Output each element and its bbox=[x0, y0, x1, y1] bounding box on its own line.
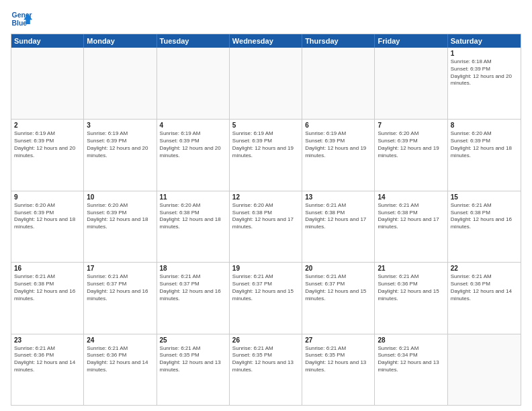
weekday-header: Saturday bbox=[448, 34, 521, 48]
calendar-cell: 9Sunrise: 6:20 AM Sunset: 6:39 PM Daylig… bbox=[11, 191, 84, 262]
calendar-row: 16Sunrise: 6:21 AM Sunset: 6:38 PM Dayli… bbox=[11, 262, 521, 333]
calendar-cell: 18Sunrise: 6:21 AM Sunset: 6:37 PM Dayli… bbox=[157, 263, 230, 333]
day-info: Sunrise: 6:21 AM Sunset: 6:38 PM Dayligh… bbox=[378, 202, 444, 231]
day-number: 27 bbox=[305, 336, 371, 344]
day-number: 4 bbox=[160, 122, 226, 129]
day-info: Sunrise: 6:18 AM Sunset: 6:39 PM Dayligh… bbox=[451, 58, 518, 87]
logo: General Blue bbox=[11, 8, 32, 30]
day-number: 11 bbox=[160, 193, 226, 201]
calendar-cell bbox=[302, 48, 375, 119]
weekday-header: Thursday bbox=[302, 34, 375, 48]
calendar-cell bbox=[375, 48, 447, 119]
day-info: Sunrise: 6:19 AM Sunset: 6:39 PM Dayligh… bbox=[305, 130, 371, 159]
calendar-row: 23Sunrise: 6:21 AM Sunset: 6:36 PM Dayli… bbox=[11, 334, 521, 405]
day-number: 22 bbox=[451, 265, 518, 272]
calendar-body: 1Sunrise: 6:18 AM Sunset: 6:39 PM Daylig… bbox=[11, 48, 521, 405]
day-number: 12 bbox=[232, 193, 299, 201]
calendar-row: 2Sunrise: 6:19 AM Sunset: 6:39 PM Daylig… bbox=[11, 119, 521, 190]
calendar-cell bbox=[230, 48, 302, 119]
day-info: Sunrise: 6:20 AM Sunset: 6:39 PM Dayligh… bbox=[87, 202, 153, 231]
day-number: 24 bbox=[87, 336, 153, 344]
day-number: 23 bbox=[14, 336, 81, 344]
day-number: 16 bbox=[14, 265, 81, 272]
calendar-cell: 17Sunrise: 6:21 AM Sunset: 6:37 PM Dayli… bbox=[84, 263, 157, 333]
calendar-cell: 11Sunrise: 6:20 AM Sunset: 6:38 PM Dayli… bbox=[157, 191, 230, 262]
page: General Blue SundayMondayTuesdayWednesda… bbox=[0, 0, 532, 411]
calendar-cell bbox=[157, 48, 230, 119]
day-info: Sunrise: 6:21 AM Sunset: 6:36 PM Dayligh… bbox=[378, 273, 444, 302]
day-info: Sunrise: 6:19 AM Sunset: 6:39 PM Dayligh… bbox=[232, 130, 299, 159]
calendar-cell: 8Sunrise: 6:20 AM Sunset: 6:39 PM Daylig… bbox=[448, 120, 521, 190]
day-info: Sunrise: 6:21 AM Sunset: 6:35 PM Dayligh… bbox=[232, 345, 299, 374]
header: General Blue bbox=[11, 8, 521, 30]
calendar-cell: 26Sunrise: 6:21 AM Sunset: 6:35 PM Dayli… bbox=[230, 334, 302, 405]
calendar-cell: 2Sunrise: 6:19 AM Sunset: 6:39 PM Daylig… bbox=[11, 120, 84, 190]
day-number: 17 bbox=[87, 265, 153, 272]
calendar-cell bbox=[84, 48, 157, 119]
day-number: 9 bbox=[14, 193, 81, 201]
calendar-cell: 3Sunrise: 6:19 AM Sunset: 6:39 PM Daylig… bbox=[84, 120, 157, 190]
day-number: 6 bbox=[305, 122, 371, 129]
day-info: Sunrise: 6:20 AM Sunset: 6:38 PM Dayligh… bbox=[160, 202, 226, 231]
calendar-cell: 4Sunrise: 6:19 AM Sunset: 6:39 PM Daylig… bbox=[157, 120, 230, 190]
day-info: Sunrise: 6:20 AM Sunset: 6:39 PM Dayligh… bbox=[451, 130, 518, 159]
calendar-cell: 23Sunrise: 6:21 AM Sunset: 6:36 PM Dayli… bbox=[11, 334, 84, 405]
day-number: 25 bbox=[160, 336, 226, 344]
calendar-cell: 24Sunrise: 6:21 AM Sunset: 6:36 PM Dayli… bbox=[84, 334, 157, 405]
day-info: Sunrise: 6:21 AM Sunset: 6:36 PM Dayligh… bbox=[451, 273, 518, 302]
day-info: Sunrise: 6:19 AM Sunset: 6:39 PM Dayligh… bbox=[87, 130, 153, 159]
calendar-cell: 14Sunrise: 6:21 AM Sunset: 6:38 PM Dayli… bbox=[375, 191, 447, 262]
calendar-cell: 20Sunrise: 6:21 AM Sunset: 6:37 PM Dayli… bbox=[302, 263, 375, 333]
day-number: 5 bbox=[232, 122, 299, 129]
calendar-cell: 1Sunrise: 6:18 AM Sunset: 6:39 PM Daylig… bbox=[448, 48, 521, 119]
calendar-cell bbox=[11, 48, 84, 119]
svg-text:Blue: Blue bbox=[12, 19, 28, 27]
calendar-cell: 27Sunrise: 6:21 AM Sunset: 6:35 PM Dayli… bbox=[302, 334, 375, 405]
calendar-cell: 22Sunrise: 6:21 AM Sunset: 6:36 PM Dayli… bbox=[448, 263, 521, 333]
calendar-cell: 21Sunrise: 6:21 AM Sunset: 6:36 PM Dayli… bbox=[375, 263, 447, 333]
calendar-cell: 12Sunrise: 6:20 AM Sunset: 6:38 PM Dayli… bbox=[230, 191, 302, 262]
calendar-row: 9Sunrise: 6:20 AM Sunset: 6:39 PM Daylig… bbox=[11, 191, 521, 262]
day-info: Sunrise: 6:20 AM Sunset: 6:39 PM Dayligh… bbox=[378, 130, 444, 159]
day-number: 13 bbox=[305, 193, 371, 201]
day-info: Sunrise: 6:21 AM Sunset: 6:37 PM Dayligh… bbox=[305, 273, 371, 302]
day-info: Sunrise: 6:21 AM Sunset: 6:37 PM Dayligh… bbox=[160, 273, 226, 302]
day-info: Sunrise: 6:20 AM Sunset: 6:38 PM Dayligh… bbox=[232, 202, 299, 231]
day-number: 2 bbox=[14, 122, 81, 129]
calendar-cell: 16Sunrise: 6:21 AM Sunset: 6:38 PM Dayli… bbox=[11, 263, 84, 333]
weekday-header: Wednesday bbox=[230, 34, 302, 48]
day-info: Sunrise: 6:21 AM Sunset: 6:36 PM Dayligh… bbox=[14, 345, 81, 374]
day-number: 10 bbox=[87, 193, 153, 201]
calendar-cell: 5Sunrise: 6:19 AM Sunset: 6:39 PM Daylig… bbox=[230, 120, 302, 190]
day-info: Sunrise: 6:21 AM Sunset: 6:36 PM Dayligh… bbox=[87, 345, 153, 374]
weekday-header: Friday bbox=[375, 34, 447, 48]
logo-icon: General Blue bbox=[11, 8, 32, 30]
day-number: 14 bbox=[378, 193, 444, 201]
day-number: 28 bbox=[378, 336, 444, 344]
calendar-cell: 7Sunrise: 6:20 AM Sunset: 6:39 PM Daylig… bbox=[375, 120, 447, 190]
day-number: 7 bbox=[378, 122, 444, 129]
calendar-row: 1Sunrise: 6:18 AM Sunset: 6:39 PM Daylig… bbox=[11, 48, 521, 119]
day-number: 19 bbox=[232, 265, 299, 272]
weekday-header: Sunday bbox=[11, 34, 84, 48]
day-info: Sunrise: 6:21 AM Sunset: 6:35 PM Dayligh… bbox=[305, 345, 371, 374]
day-info: Sunrise: 6:21 AM Sunset: 6:35 PM Dayligh… bbox=[160, 345, 226, 374]
day-info: Sunrise: 6:21 AM Sunset: 6:38 PM Dayligh… bbox=[451, 202, 518, 231]
day-number: 1 bbox=[451, 50, 518, 57]
calendar: SundayMondayTuesdayWednesdayThursdayFrid… bbox=[11, 34, 521, 406]
day-info: Sunrise: 6:21 AM Sunset: 6:38 PM Dayligh… bbox=[305, 202, 371, 231]
weekday-header: Tuesday bbox=[157, 34, 230, 48]
day-info: Sunrise: 6:19 AM Sunset: 6:39 PM Dayligh… bbox=[160, 130, 226, 159]
day-number: 15 bbox=[451, 193, 518, 201]
day-number: 18 bbox=[160, 265, 226, 272]
day-info: Sunrise: 6:21 AM Sunset: 6:38 PM Dayligh… bbox=[14, 273, 81, 302]
day-number: 8 bbox=[451, 122, 518, 129]
calendar-cell: 19Sunrise: 6:21 AM Sunset: 6:37 PM Dayli… bbox=[230, 263, 302, 333]
day-number: 21 bbox=[378, 265, 444, 272]
day-number: 20 bbox=[305, 265, 371, 272]
calendar-cell: 10Sunrise: 6:20 AM Sunset: 6:39 PM Dayli… bbox=[84, 191, 157, 262]
day-info: Sunrise: 6:20 AM Sunset: 6:39 PM Dayligh… bbox=[14, 202, 81, 231]
calendar-cell: 6Sunrise: 6:19 AM Sunset: 6:39 PM Daylig… bbox=[302, 120, 375, 190]
calendar-cell: 15Sunrise: 6:21 AM Sunset: 6:38 PM Dayli… bbox=[448, 191, 521, 262]
day-info: Sunrise: 6:21 AM Sunset: 6:37 PM Dayligh… bbox=[87, 273, 153, 302]
